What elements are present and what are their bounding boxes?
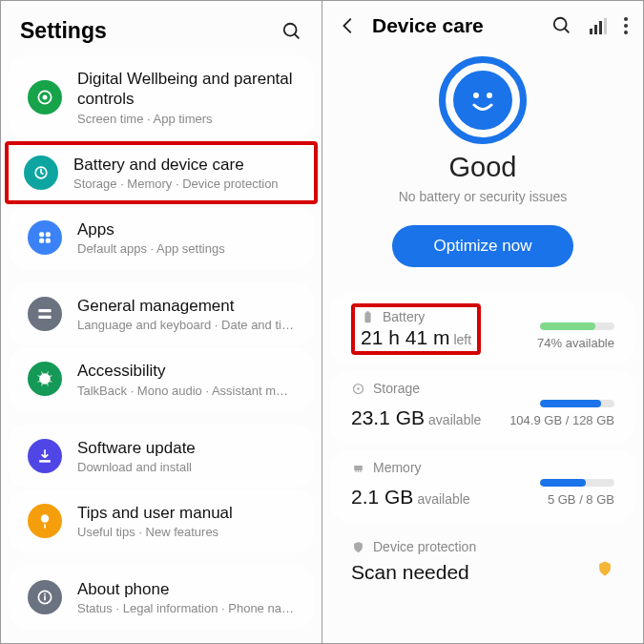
item-label: Apps <box>77 219 225 239</box>
item-sub: Download and install <box>77 460 196 474</box>
status-smiley-icon <box>439 56 527 144</box>
svg-rect-16 <box>44 595 46 600</box>
item-sub: Screen time · App timers <box>77 112 295 126</box>
item-sub: Language and keyboard · Date and time <box>77 318 295 332</box>
protection-value: Scan needed <box>351 561 469 584</box>
settings-item-3[interactable]: General managementLanguage and keyboard … <box>9 282 314 345</box>
item-icon <box>28 580 62 614</box>
svg-rect-29 <box>360 470 361 472</box>
item-sub: Default apps · App settings <box>77 241 225 256</box>
item-icon <box>28 362 62 396</box>
battery-metric[interactable]: Battery 21 h 41 mleft 74% available <box>330 294 635 364</box>
signal-icon <box>590 17 607 34</box>
protection-label: Device protection <box>373 539 476 554</box>
settings-item-0[interactable]: Digital Wellbeing and parental controlsS… <box>9 55 314 139</box>
item-sub: Storage · Memory · Device protection <box>73 177 279 191</box>
svg-rect-5 <box>39 232 44 237</box>
memory-label: Memory <box>373 460 422 475</box>
shield-icon <box>351 540 365 554</box>
svg-line-1 <box>295 33 300 38</box>
settings-item-6[interactable]: Tips and user manualUseful tips · New fe… <box>9 489 314 552</box>
svg-line-19 <box>565 29 570 33</box>
svg-point-21 <box>487 93 492 98</box>
item-icon <box>28 504 62 538</box>
storage-metric[interactable]: Storage 23.1 GBavailable 104.9 GB / 128 … <box>330 371 635 443</box>
battery-icon <box>361 310 375 324</box>
device-care-header: Device care <box>322 1 643 47</box>
item-label: Accessibility <box>77 361 295 381</box>
storage-right: 104.9 GB / 128 GB <box>509 413 614 427</box>
memory-bar <box>540 479 586 487</box>
svg-rect-8 <box>46 239 51 243</box>
svg-point-3 <box>43 94 48 99</box>
settings-item-5[interactable]: Software updateDownload and install <box>9 425 314 488</box>
search-icon[interactable] <box>281 21 302 42</box>
settings-header: Settings <box>1 1 322 53</box>
item-label: Digital Wellbeing and parental controls <box>77 69 295 110</box>
optimize-button[interactable]: Optimize now <box>392 225 574 267</box>
svg-rect-26 <box>354 466 363 470</box>
item-label: Software update <box>77 438 196 458</box>
svg-point-11 <box>39 374 51 385</box>
warning-shield-icon <box>595 558 614 579</box>
svg-point-20 <box>473 93 479 98</box>
item-sub: Useful tips · New features <box>77 525 233 539</box>
battery-bar <box>540 322 595 330</box>
settings-item-2[interactable]: AppsDefault apps · App settings <box>9 206 314 269</box>
svg-rect-27 <box>355 470 356 472</box>
item-label: General management <box>77 296 295 316</box>
svg-rect-28 <box>358 470 359 472</box>
svg-rect-6 <box>46 232 51 237</box>
memory-metric[interactable]: Memory 2.1 GBavailable 5 GB / 8 GB <box>330 450 635 522</box>
protection-metric[interactable]: Device protection Scan needed <box>330 530 635 597</box>
item-sub: TalkBack · Mono audio · Assistant menu <box>77 384 295 398</box>
svg-rect-22 <box>364 312 370 322</box>
storage-bar <box>540 400 601 407</box>
settings-item-1[interactable]: Battery and device careStorage · Memory … <box>5 141 318 204</box>
item-icon <box>28 80 62 114</box>
svg-rect-12 <box>39 460 51 463</box>
svg-point-25 <box>357 387 360 390</box>
settings-item-7[interactable]: About phoneStatus · Legal information · … <box>9 566 314 629</box>
search-icon[interactable] <box>551 15 572 36</box>
item-icon <box>28 297 62 331</box>
item-icon <box>28 439 62 473</box>
memory-unit: available <box>417 491 469 507</box>
status-subtitle: No battery or security issues <box>322 189 643 204</box>
item-label: Battery and device care <box>73 155 279 175</box>
storage-value: 23.1 GB <box>351 406 425 428</box>
more-icon[interactable] <box>624 17 628 34</box>
battery-value: 21 h 41 m <box>361 326 449 349</box>
storage-label: Storage <box>373 381 420 396</box>
item-icon <box>28 220 62 255</box>
item-sub: Status · Legal information · Phone name <box>77 601 295 615</box>
battery-label: Battery <box>383 309 425 324</box>
memory-right: 5 GB / 8 GB <box>540 492 614 507</box>
storage-icon <box>351 382 365 396</box>
svg-rect-10 <box>38 316 51 319</box>
svg-point-0 <box>284 23 297 35</box>
svg-rect-17 <box>44 593 46 595</box>
memory-value: 2.1 GB <box>351 486 413 508</box>
svg-rect-9 <box>38 309 51 312</box>
battery-unit: left <box>453 332 471 347</box>
device-care-title: Device care <box>372 14 538 37</box>
status-block: Good No battery or security issues <box>322 152 643 212</box>
device-care-panel: Device care Good No battery or security … <box>322 1 643 643</box>
status-title: Good <box>322 152 643 183</box>
back-icon[interactable] <box>338 15 359 36</box>
battery-pct: 74% available <box>537 336 614 350</box>
settings-item-4[interactable]: AccessibilityTalkBack · Mono audio · Ass… <box>9 347 314 410</box>
item-icon <box>24 156 58 190</box>
svg-point-18 <box>554 18 567 31</box>
item-label: Tips and user manual <box>77 503 233 523</box>
svg-rect-14 <box>44 524 46 528</box>
svg-rect-23 <box>366 311 369 313</box>
settings-title: Settings <box>20 18 107 44</box>
item-label: About phone <box>77 579 295 599</box>
memory-icon <box>351 461 365 475</box>
svg-point-13 <box>41 514 49 522</box>
settings-panel: Settings Digital Wellbeing and parental … <box>1 1 322 643</box>
storage-unit: available <box>428 412 481 427</box>
svg-rect-7 <box>39 239 44 243</box>
